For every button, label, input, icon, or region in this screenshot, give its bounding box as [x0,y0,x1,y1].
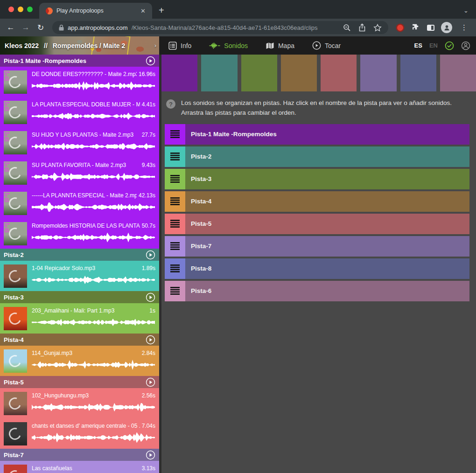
drag-handle[interactable] [165,236,185,257]
drag-handle[interactable] [165,281,185,301]
play-track-button[interactable] [146,250,155,260]
audio-clip[interactable]: ROM PE MOL DES------LA PLANNTA ESPECIAL … [0,188,159,218]
track-swatch[interactable] [161,55,197,91]
play-track-button[interactable] [146,292,155,302]
track-header[interactable]: Pista-3 [0,291,159,303]
url-domain: app.antropoloops.com [68,24,128,31]
waveform [32,201,155,213]
drag-handle[interactable] [165,169,185,189]
audio-clip[interactable]: ROM PE MOL DESRompemoldes HISTORIA DE LA… [0,218,159,249]
maximize-window-button[interactable] [27,7,33,12]
audio-clip[interactable]: Las castañuelas3.13s [0,461,159,473]
breadcrumb-project[interactable]: Kleos 2022 [5,42,39,49]
audio-clip[interactable]: ROM PE MOL DESSU HIJO Y LAS PLANTAS - Ma… [0,127,159,158]
track-row[interactable]: Pista-4 [165,191,469,212]
audio-clip[interactable]: ROM PE MOL DESSU PLANTA FAVORITA - Maite… [0,158,159,188]
tab-search-chevron-icon[interactable]: ⌄ [463,7,469,14]
profile-avatar[interactable] [441,22,452,33]
track-row-body[interactable]: Pista-3 [185,169,469,189]
lock-icon [59,25,64,31]
nav-tab-sonidos[interactable]: Sonidos [209,42,248,50]
account-icon[interactable] [461,41,470,50]
drag-handle[interactable] [165,258,185,279]
track-swatch[interactable] [201,55,237,91]
drag-handle-icon [170,242,180,250]
track-header[interactable]: Pista-1 Maite -Rompemoldes [0,55,159,67]
track-swatch[interactable] [400,55,436,91]
audio-clip[interactable]: 102_Hunguhungu.mp32.56s [0,388,159,418]
drag-handle[interactable] [165,214,185,234]
forward-button[interactable]: → [20,23,32,32]
track-header[interactable]: Pista-4 [0,334,159,346]
track-swatch[interactable] [281,55,317,91]
track-row-body[interactable]: Pista-7 [185,236,469,257]
new-tab-button[interactable]: + [159,6,164,15]
track-row[interactable]: Pista-6 [165,281,469,301]
track-header[interactable]: Pista-5 [0,376,159,388]
bookmark-star-icon[interactable] [373,24,382,32]
play-track-button[interactable] [146,450,155,460]
track-row-label: Pista-1 Maite -Rompemoldes [191,131,277,138]
browser-menu-icon[interactable]: ⋮ [459,23,469,32]
track-swatch[interactable] [440,55,476,91]
track-header[interactable]: Pista-7 [0,449,159,461]
track-swatch[interactable] [321,55,357,91]
reload-button[interactable]: ↻ [35,23,47,33]
clip-thumbnail [4,264,27,288]
track-row[interactable]: Pista-8 [165,258,469,279]
track-swatch[interactable] [360,55,396,91]
collapse-chevron-icon[interactable]: › [154,42,156,49]
track-row-body[interactable]: Pista-4 [185,191,469,212]
clip-info: ------LA PLANNTA ESPECIAL - Maite 2.mp34… [32,192,155,215]
browser-tab[interactable]: Play Antropoloops ✕ [39,3,152,19]
track-header[interactable]: Pista-2 [0,249,159,261]
audio-clip[interactable]: ROM PE MOL DESDE DONDE ERES???????? - Ma… [0,67,159,97]
drag-handle-icon [170,130,180,138]
clip-title: 1-04 Repicador Solo.mp3 [32,265,140,271]
extensions-puzzle-icon[interactable] [411,23,420,32]
clip-duration: 16.96s [139,71,155,77]
close-window-button[interactable] [8,7,14,12]
clip-title-row: SU PLANTA FAVORITA - Maite 2.mp39.43s [32,162,155,168]
audio-clip[interactable]: 203_Amalihani - Mali: Part 1.mp31s [0,303,159,334]
track-row[interactable]: Pista-5 [165,214,469,234]
track-row-body[interactable]: Pista-2 [185,146,469,167]
clip-thumbnail: ROM PE MOL DES [4,222,27,245]
track-row[interactable]: Pista-1 Maite -Rompemoldes [165,124,469,145]
track-row-body[interactable]: Pista-1 Maite -Rompemoldes [185,124,469,145]
tab-close-icon[interactable]: ✕ [139,7,147,15]
track-row[interactable]: Pista-2 [165,146,469,167]
play-track-button[interactable] [146,335,155,345]
play-track-button[interactable] [146,56,155,66]
drag-handle[interactable] [165,191,185,212]
minimize-window-button[interactable] [18,7,23,12]
drag-handle-icon [170,175,180,183]
back-button[interactable]: ← [5,23,17,32]
nav-tab-mapa[interactable]: Mapa [266,42,294,50]
project-map-header[interactable]: Kleos 2022 // Rompemoldes / Maite 2 › [0,36,159,55]
audio-clip[interactable]: chants et danses d' amerique centrale - … [0,418,159,449]
track-row-label: Pista-5 [191,220,211,227]
track-row[interactable]: Pista-7 [165,236,469,257]
track-row[interactable]: Pista-3 [165,169,469,189]
audio-clip[interactable]: ROM PE MOL DESLA PLANTA ESPECIAL DOBLE M… [0,97,159,127]
recording-extension-icon[interactable] [397,25,403,31]
track-row-body[interactable]: Pista-8 [185,258,469,279]
track-row-body[interactable]: Pista-5 [185,214,469,234]
play-track-button[interactable] [146,377,155,387]
lang-toggle-es[interactable]: ES [414,42,422,49]
share-icon[interactable] [358,23,366,32]
nav-tab-info[interactable]: Info [168,42,191,50]
drag-handle[interactable] [165,124,185,145]
url-bar[interactable]: app.antropoloops.com /Kleos-Santa-Marina… [52,21,388,34]
nav-tab-tocar[interactable]: Tocar [312,41,341,50]
audio-clip[interactable]: 1-04 Repicador Solo.mp31.89s [0,261,159,291]
lang-toggle-en[interactable]: EN [429,42,438,49]
drag-handle[interactable] [165,146,185,167]
check-circle-icon[interactable] [445,41,454,50]
track-row-body[interactable]: Pista-6 [185,281,469,301]
track-swatch[interactable] [241,55,277,91]
side-panel-icon[interactable] [427,25,434,31]
zoom-icon[interactable] [343,24,351,32]
audio-clip[interactable]: 114_Gunjai.mp32.84s [0,346,159,376]
